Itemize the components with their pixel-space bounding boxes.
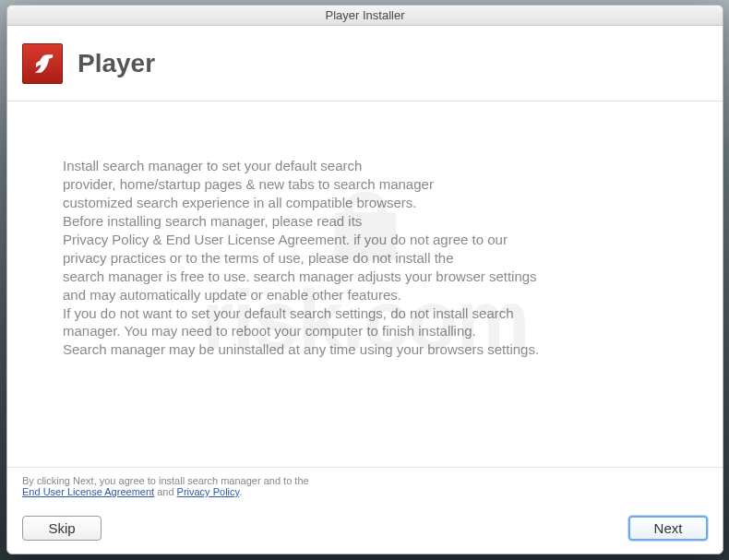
body-panel: risk.com Install search manager to set y… bbox=[7, 101, 723, 467]
footer-suffix: . bbox=[239, 486, 242, 497]
body-line: privacy practices or to the terms of use… bbox=[63, 250, 454, 266]
body-line: customized search experience in all comp… bbox=[63, 195, 417, 210]
body-line: Privacy Policy & End User License Agreem… bbox=[63, 232, 508, 247]
window-title: Player Installer bbox=[326, 8, 405, 22]
skip-button[interactable]: Skip bbox=[22, 516, 102, 541]
window-titlebar: Player Installer bbox=[7, 6, 723, 26]
body-line: Search manager may be uninstalled at any… bbox=[63, 341, 539, 357]
body-line: If you do not want to set your default s… bbox=[63, 305, 514, 321]
privacy-link[interactable]: Privacy Policy bbox=[177, 486, 240, 497]
body-line: Before installing search manager, please… bbox=[63, 213, 362, 229]
body-line: and may automatically update or enable o… bbox=[63, 287, 401, 303]
body-text: Install search manager to set your defau… bbox=[63, 157, 635, 359]
next-button[interactable]: Next bbox=[628, 516, 708, 541]
footer-separator: and bbox=[154, 486, 176, 497]
footer: By clicking Next, you agree to install s… bbox=[7, 467, 723, 506]
footer-prefix: By clicking Next, you agree to install s… bbox=[22, 475, 309, 486]
header: Player bbox=[7, 26, 723, 101]
button-row: Skip Next bbox=[7, 506, 723, 554]
body-line: Install search manager to set your defau… bbox=[63, 158, 362, 173]
body-line: search manager is free to use. search ma… bbox=[63, 268, 537, 284]
footer-text: By clicking Next, you agree to install s… bbox=[22, 475, 708, 497]
installer-window: Player Installer Player risk.com Install… bbox=[6, 5, 723, 554]
body-line: manager. You may need to reboot your com… bbox=[63, 323, 476, 339]
flash-icon bbox=[22, 43, 63, 84]
eula-link[interactable]: End User License Agreement bbox=[22, 486, 154, 497]
body-line: provider, home/startup pages & new tabs … bbox=[63, 176, 434, 192]
app-title: Player bbox=[78, 49, 155, 78]
